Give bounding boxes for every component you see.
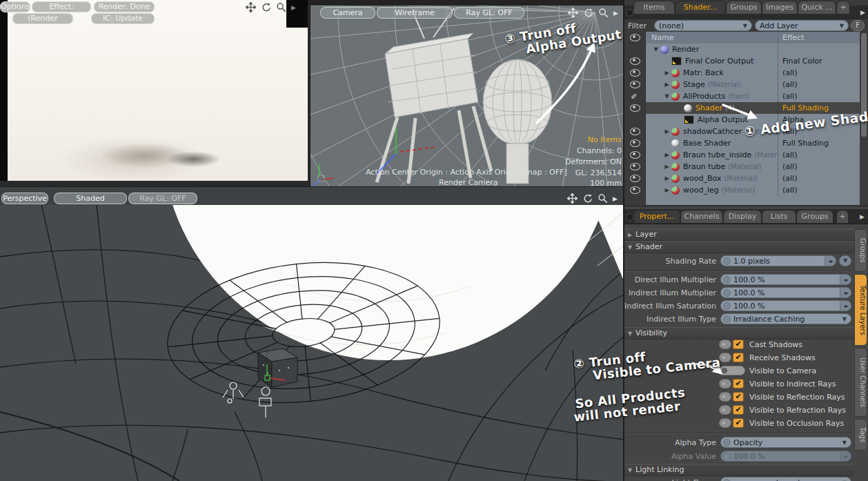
perspective-view-dropdown[interactable]: Perspective <box>1 193 48 204</box>
name-column-header[interactable]: Name <box>646 32 778 43</box>
rotate-icon[interactable] <box>261 2 271 12</box>
ic-update-button[interactable]: IC: Update <box>91 13 155 24</box>
expander-open-icon[interactable]: ▼ <box>651 46 660 52</box>
table-row[interactable]: ▶Stage(Material) (all) <box>624 79 860 90</box>
section-shader[interactable]: ▼Shader <box>624 241 854 253</box>
camera-shading-dropdown[interactable]: Wireframe <box>377 7 453 19</box>
expander-closed-icon[interactable]: ▶ <box>662 70 671 76</box>
filter-dropdown[interactable]: (none)▼ <box>654 20 752 31</box>
expander-closed-icon[interactable]: ▶ <box>662 81 671 88</box>
add-layer-dropdown[interactable]: Add Layer▼ <box>755 20 849 31</box>
expander-closed-icon[interactable]: ▶ <box>662 152 671 158</box>
channel-button[interactable] <box>719 353 731 362</box>
eye-toggle[interactable] <box>624 184 646 196</box>
channel-button[interactable] <box>719 392 731 402</box>
table-row[interactable]: Final Color Output Final Color <box>624 55 860 67</box>
eye-toggle[interactable] <box>624 55 646 67</box>
pan-icon[interactable] <box>567 193 578 204</box>
visible-reflection-checkbox[interactable]: ✔ <box>733 392 744 402</box>
tab-overflow-arrow[interactable]: ▶ <box>860 9 865 16</box>
visible-indirect-checkbox[interactable]: ✔ <box>733 379 744 389</box>
add-tab-button[interactable]: + <box>836 1 850 14</box>
channel-button[interactable] <box>719 340 731 349</box>
tab-properties[interactable]: Propert... <box>633 210 680 223</box>
add-tab-button[interactable]: + <box>836 210 849 223</box>
channel-button[interactable] <box>719 418 731 428</box>
section-visibility[interactable]: ▼Visibility <box>624 327 854 340</box>
shading-rate-field[interactable]: 1.0 pixels◂▸ <box>720 255 836 266</box>
channel-button[interactable] <box>719 379 731 389</box>
tab-display[interactable]: Display <box>723 210 762 223</box>
tab-shader-tree[interactable]: Shader... <box>675 1 726 14</box>
channel-knob-icon[interactable] <box>723 315 731 323</box>
tab-quick[interactable]: Quick ... <box>798 1 836 14</box>
indirect-illum-field[interactable]: 100.0 %◂▸ <box>720 287 851 298</box>
flyout-arrow-icon[interactable]: ▶ <box>613 195 618 202</box>
expander-open-icon[interactable]: ▼ <box>662 93 671 99</box>
eye-toggle[interactable] <box>624 149 646 161</box>
table-row[interactable]: ▶Braun tube(Material) (all) <box>624 161 860 173</box>
camera-view-dropdown[interactable]: Camera <box>320 7 375 19</box>
side-tab-tags[interactable]: Tags <box>854 419 867 451</box>
tab-overflow-arrow[interactable]: ▶ <box>860 213 865 220</box>
table-row[interactable]: ▼Render <box>624 43 860 55</box>
table-row[interactable]: Base Shader Full Shading <box>624 137 860 149</box>
zoom-icon[interactable] <box>276 2 286 12</box>
side-tab-groups[interactable]: Groups <box>854 229 867 272</box>
channel-knob-icon[interactable] <box>723 439 731 446</box>
channel-knob-icon[interactable] <box>723 302 731 310</box>
flyout-arrow-icon[interactable]: ▶ <box>291 4 296 11</box>
channel-knob-icon[interactable] <box>723 479 731 481</box>
eye-toggle[interactable] <box>624 126 646 137</box>
effect-column-header[interactable]: Effect <box>778 32 860 43</box>
channel-button[interactable] <box>719 405 731 415</box>
panel-widget-icon[interactable] <box>626 213 633 221</box>
indirect-type-dropdown[interactable]: Irradiance Caching▼ <box>720 313 851 324</box>
table-row-selected[interactable]: Shader(4) Full Shading <box>624 102 860 114</box>
rotate-icon[interactable] <box>583 8 593 18</box>
expander-closed-icon[interactable]: ▶ <box>662 187 671 193</box>
visibility-column-header[interactable] <box>624 32 646 43</box>
expander-closed-icon[interactable]: ▶ <box>662 175 671 181</box>
eye-toggle[interactable] <box>624 67 646 79</box>
shading-rate-dropdown[interactable]: ▼ <box>839 255 851 266</box>
eye-toggle[interactable] <box>624 161 646 173</box>
tab-lists[interactable]: Lists <box>762 210 796 223</box>
direct-illum-field[interactable]: 100.0 %◂▸ <box>720 274 851 285</box>
expander-closed-icon[interactable]: ▶ <box>662 164 671 170</box>
channel-knob-icon[interactable] <box>723 276 731 284</box>
side-tab-texture-layers[interactable]: Texture Layers <box>854 274 867 346</box>
table-row[interactable]: ▶wood_leg(Material) (all) <box>624 184 860 196</box>
render-camera-dropdown[interactable]: (Render Camera) <box>12 13 73 24</box>
effect-dropdown[interactable]: Effect: (Shadi... <box>32 1 91 12</box>
eye-toggle[interactable] <box>624 79 646 90</box>
perspective-shading-dropdown[interactable]: Shaded <box>54 193 127 204</box>
rotate-icon[interactable] <box>582 193 593 204</box>
tab-items[interactable]: Items <box>633 1 675 14</box>
panel-widget-icon[interactable] <box>626 9 633 17</box>
table-row[interactable]: ▶Braun tube_inside(Material) (all) <box>624 149 860 161</box>
light-group-dropdown[interactable]: (none)▼ <box>720 477 851 481</box>
tab-groups[interactable]: Groups <box>726 1 762 14</box>
visible-refraction-checkbox[interactable]: ✔ <box>733 405 744 415</box>
pan-icon[interactable] <box>568 8 578 18</box>
table-row[interactable]: ✎ ▼AllProducts(Item) (all) <box>624 90 860 102</box>
visible-occlusion-checkbox[interactable]: ✔ <box>733 418 744 428</box>
zoom-icon[interactable] <box>598 193 608 204</box>
filter-f-button[interactable]: F <box>851 20 865 31</box>
tab-channels[interactable]: Channels <box>680 210 723 223</box>
section-light-linking[interactable]: ▼Light Linking <box>624 464 854 476</box>
side-tab-user-channels[interactable]: User Channels <box>854 348 867 417</box>
channel-knob-icon[interactable] <box>723 257 731 265</box>
visible-to-camera-checkbox[interactable] <box>719 366 745 375</box>
tab-images[interactable]: Images <box>762 1 798 14</box>
eye-toggle[interactable] <box>624 137 646 149</box>
cast-shadows-checkbox[interactable]: ✔ <box>733 340 744 349</box>
camera-raygl-button[interactable]: Ray GL: OFF <box>454 7 524 19</box>
table-row[interactable]: ▶Matr: Back (all) <box>624 67 860 79</box>
indirect-saturation-field[interactable]: 100.0 %◂▸ <box>720 300 851 311</box>
stepper-icon[interactable]: ◂▸ <box>840 275 851 284</box>
perspective-raygl-button[interactable]: Ray GL: OFF <box>128 193 197 204</box>
stepper-icon[interactable]: ◂▸ <box>840 288 851 297</box>
expander-closed-icon[interactable]: ▶ <box>662 128 671 135</box>
